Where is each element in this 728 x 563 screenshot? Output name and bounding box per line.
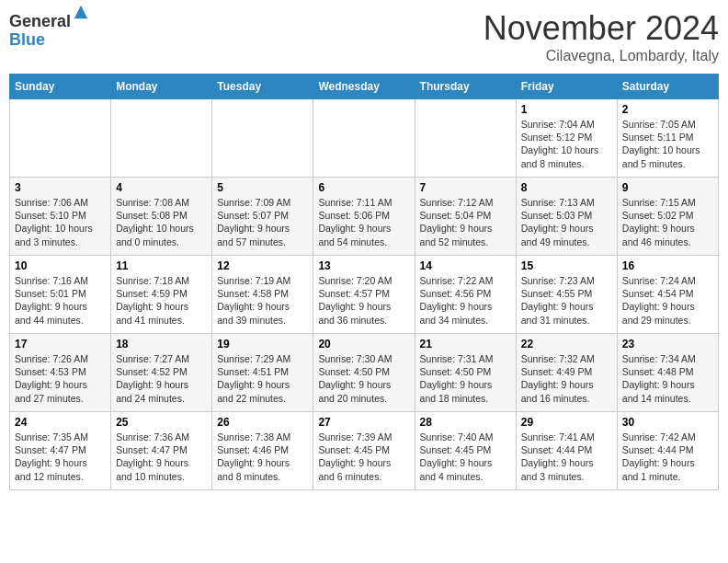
day-number: 27: [318, 416, 409, 429]
calendar-cell: 3Sunrise: 7:06 AM Sunset: 5:10 PM Daylig…: [10, 178, 111, 256]
calendar-cell: 22Sunrise: 7:32 AM Sunset: 4:49 PM Dayli…: [516, 334, 617, 412]
day-info: Sunrise: 7:22 AM Sunset: 4:56 PM Dayligh…: [420, 274, 511, 327]
day-number: 16: [622, 259, 713, 272]
day-number: 21: [420, 338, 511, 350]
weekday-header-thursday: Thursday: [415, 75, 516, 99]
calendar-week-row: 10Sunrise: 7:16 AM Sunset: 5:01 PM Dayli…: [10, 256, 719, 334]
day-info: Sunrise: 7:41 AM Sunset: 4:44 PM Dayligh…: [521, 431, 612, 483]
day-info: Sunrise: 7:15 AM Sunset: 5:02 PM Dayligh…: [622, 196, 713, 248]
day-number: 10: [15, 259, 106, 272]
calendar-week-row: 1Sunrise: 7:04 AM Sunset: 5:12 PM Daylig…: [10, 99, 719, 178]
day-info: Sunrise: 7:16 AM Sunset: 5:01 PM Dayligh…: [15, 274, 106, 327]
location-title: Cilavegna, Lombardy, Italy: [483, 48, 719, 64]
day-info: Sunrise: 7:40 AM Sunset: 4:45 PM Dayligh…: [420, 431, 511, 483]
calendar-cell: 12Sunrise: 7:19 AM Sunset: 4:58 PM Dayli…: [212, 256, 313, 334]
day-number: 28: [420, 416, 511, 429]
svg-marker-0: [74, 6, 87, 18]
day-info: Sunrise: 7:34 AM Sunset: 4:48 PM Dayligh…: [622, 352, 713, 405]
day-info: Sunrise: 7:11 AM Sunset: 5:06 PM Dayligh…: [318, 196, 409, 248]
month-title: November 2024: [483, 9, 719, 48]
day-info: Sunrise: 7:05 AM Sunset: 5:11 PM Dayligh…: [622, 118, 713, 170]
weekday-header-saturday: Saturday: [617, 75, 718, 99]
day-info: Sunrise: 7:08 AM Sunset: 5:08 PM Dayligh…: [116, 196, 207, 248]
day-number: 22: [521, 338, 612, 350]
calendar-cell: [10, 99, 111, 178]
calendar-cell: [313, 99, 415, 178]
calendar-week-row: 17Sunrise: 7:26 AM Sunset: 4:53 PM Dayli…: [10, 334, 719, 412]
calendar-week-row: 24Sunrise: 7:35 AM Sunset: 4:47 PM Dayli…: [10, 412, 719, 490]
day-number: 12: [217, 259, 308, 272]
calendar-cell: 23Sunrise: 7:34 AM Sunset: 4:48 PM Dayli…: [617, 334, 718, 412]
day-info: Sunrise: 7:39 AM Sunset: 4:45 PM Dayligh…: [318, 431, 409, 483]
day-number: 20: [318, 338, 409, 350]
calendar-cell: 21Sunrise: 7:31 AM Sunset: 4:50 PM Dayli…: [415, 334, 516, 412]
calendar-cell: 13Sunrise: 7:20 AM Sunset: 4:57 PM Dayli…: [313, 256, 415, 334]
calendar-cell: 16Sunrise: 7:24 AM Sunset: 4:54 PM Dayli…: [617, 256, 718, 334]
day-info: Sunrise: 7:30 AM Sunset: 4:50 PM Dayligh…: [318, 352, 409, 405]
day-info: Sunrise: 7:24 AM Sunset: 4:54 PM Dayligh…: [622, 274, 713, 327]
day-number: 25: [116, 416, 207, 429]
calendar-cell: 28Sunrise: 7:40 AM Sunset: 4:45 PM Dayli…: [415, 412, 516, 490]
calendar-cell: 10Sunrise: 7:16 AM Sunset: 5:01 PM Dayli…: [10, 256, 111, 334]
calendar-cell: 14Sunrise: 7:22 AM Sunset: 4:56 PM Dayli…: [415, 256, 516, 334]
day-number: 14: [420, 259, 511, 272]
day-info: Sunrise: 7:29 AM Sunset: 4:51 PM Dayligh…: [217, 352, 308, 405]
calendar-table: SundayMondayTuesdayWednesdayThursdayFrid…: [9, 74, 719, 490]
day-number: 8: [521, 181, 612, 194]
calendar-cell: 20Sunrise: 7:30 AM Sunset: 4:50 PM Dayli…: [313, 334, 415, 412]
day-info: Sunrise: 7:23 AM Sunset: 4:55 PM Dayligh…: [521, 274, 612, 327]
weekday-header-row: SundayMondayTuesdayWednesdayThursdayFrid…: [10, 75, 719, 99]
day-info: Sunrise: 7:32 AM Sunset: 4:49 PM Dayligh…: [521, 352, 612, 405]
day-number: 29: [521, 416, 612, 429]
calendar-cell: 19Sunrise: 7:29 AM Sunset: 4:51 PM Dayli…: [212, 334, 313, 412]
day-info: Sunrise: 7:04 AM Sunset: 5:12 PM Dayligh…: [521, 118, 612, 170]
calendar-cell: 4Sunrise: 7:08 AM Sunset: 5:08 PM Daylig…: [111, 178, 212, 256]
day-info: Sunrise: 7:20 AM Sunset: 4:57 PM Dayligh…: [318, 274, 409, 327]
day-number: 6: [318, 181, 409, 194]
calendar-cell: 26Sunrise: 7:38 AM Sunset: 4:46 PM Dayli…: [212, 412, 313, 490]
day-number: 3: [15, 181, 106, 194]
day-info: Sunrise: 7:13 AM Sunset: 5:03 PM Dayligh…: [521, 196, 612, 248]
logo-icon: [73, 4, 89, 20]
calendar-cell: 8Sunrise: 7:13 AM Sunset: 5:03 PM Daylig…: [516, 178, 617, 256]
day-number: 4: [116, 181, 207, 194]
weekday-header-tuesday: Tuesday: [212, 75, 313, 99]
day-number: 17: [15, 338, 106, 350]
calendar-week-row: 3Sunrise: 7:06 AM Sunset: 5:10 PM Daylig…: [10, 178, 719, 256]
calendar-cell: 15Sunrise: 7:23 AM Sunset: 4:55 PM Dayli…: [516, 256, 617, 334]
day-info: Sunrise: 7:27 AM Sunset: 4:52 PM Dayligh…: [116, 352, 207, 405]
day-info: Sunrise: 7:12 AM Sunset: 5:04 PM Dayligh…: [420, 196, 511, 248]
calendar-cell: 6Sunrise: 7:11 AM Sunset: 5:06 PM Daylig…: [313, 178, 415, 256]
day-info: Sunrise: 7:06 AM Sunset: 5:10 PM Dayligh…: [15, 196, 106, 248]
calendar-cell: 25Sunrise: 7:36 AM Sunset: 4:47 PM Dayli…: [111, 412, 212, 490]
weekday-header-friday: Friday: [516, 75, 617, 99]
calendar-cell: [111, 99, 212, 178]
day-number: 23: [622, 338, 713, 350]
day-number: 19: [217, 338, 308, 350]
calendar-cell: 9Sunrise: 7:15 AM Sunset: 5:02 PM Daylig…: [617, 178, 718, 256]
day-number: 18: [116, 338, 207, 350]
calendar-cell: 1Sunrise: 7:04 AM Sunset: 5:12 PM Daylig…: [516, 99, 617, 178]
day-info: Sunrise: 7:19 AM Sunset: 4:58 PM Dayligh…: [217, 274, 308, 327]
title-area: November 2024 Cilavegna, Lombardy, Italy: [483, 9, 719, 64]
day-number: 26: [217, 416, 308, 429]
calendar-cell: 27Sunrise: 7:39 AM Sunset: 4:45 PM Dayli…: [313, 412, 415, 490]
calendar-cell: 7Sunrise: 7:12 AM Sunset: 5:04 PM Daylig…: [415, 178, 516, 256]
calendar-cell: 2Sunrise: 7:05 AM Sunset: 5:11 PM Daylig…: [617, 99, 718, 178]
weekday-header-monday: Monday: [111, 75, 212, 99]
logo-blue-text: Blue: [9, 31, 71, 50]
calendar-cell: [415, 99, 516, 178]
day-info: Sunrise: 7:38 AM Sunset: 4:46 PM Dayligh…: [217, 431, 308, 483]
day-number: 1: [521, 103, 612, 116]
day-info: Sunrise: 7:36 AM Sunset: 4:47 PM Dayligh…: [116, 431, 207, 483]
day-number: 13: [318, 259, 409, 272]
day-info: Sunrise: 7:26 AM Sunset: 4:53 PM Dayligh…: [15, 352, 106, 405]
day-number: 30: [622, 416, 713, 429]
day-info: Sunrise: 7:09 AM Sunset: 5:07 PM Dayligh…: [217, 196, 308, 248]
day-info: Sunrise: 7:42 AM Sunset: 4:44 PM Dayligh…: [622, 431, 713, 483]
calendar-cell: 17Sunrise: 7:26 AM Sunset: 4:53 PM Dayli…: [10, 334, 111, 412]
day-number: 11: [116, 259, 207, 272]
calendar-cell: 5Sunrise: 7:09 AM Sunset: 5:07 PM Daylig…: [212, 178, 313, 256]
calendar-cell: 18Sunrise: 7:27 AM Sunset: 4:52 PM Dayli…: [111, 334, 212, 412]
weekday-header-wednesday: Wednesday: [313, 75, 415, 99]
